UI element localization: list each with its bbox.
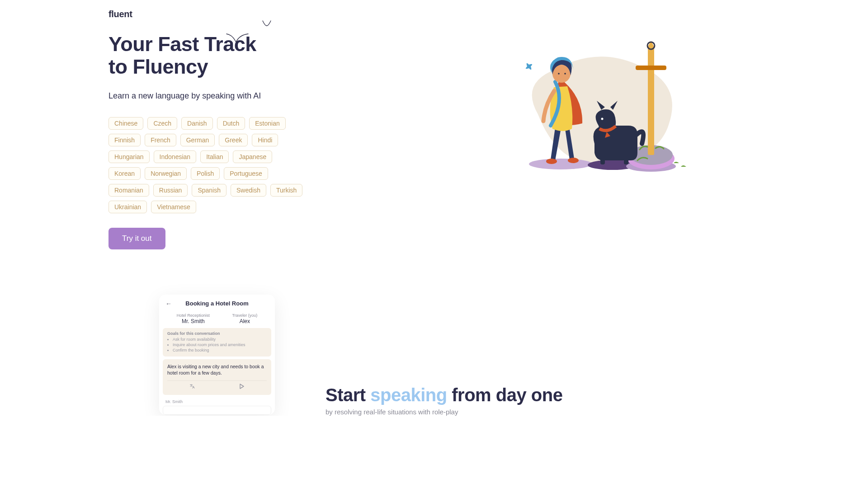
section-title-post: from day one [447,385,563,405]
language-pill-swedish[interactable]: Swedish [231,184,266,197]
translate-icon[interactable] [167,384,217,391]
svg-point-10 [601,118,604,120]
language-pill-german[interactable]: German [180,134,215,146]
svg-point-15 [564,73,566,75]
role-name: Mr. Smith [177,318,210,324]
try-it-out-button[interactable]: Try it out [108,228,165,249]
language-pill-polish[interactable]: Polish [191,167,220,180]
role-label: Hotel Receptionist [177,313,210,318]
message-from-label: Mr. Smith [165,399,269,404]
language-pill-vietnamese[interactable]: Vietnamese [151,201,196,213]
section-title: Start speaking from day one [326,385,615,405]
message-bubble [163,406,271,415]
role-traveler: Traveler (you) Alex [232,313,257,324]
brand-logo[interactable]: fluent [108,9,760,19]
language-pill-greek[interactable]: Greek [219,134,248,146]
language-pill-russian[interactable]: Russian [153,184,188,197]
decorative-curve-icon [262,20,271,27]
svg-point-14 [558,73,560,75]
language-pill-hungarian[interactable]: Hungarian [108,150,150,163]
svg-rect-6 [636,66,666,70]
language-pill-italian[interactable]: Italian [200,150,229,163]
scenario-block: Alex is visiting a new city and needs to… [163,359,271,395]
language-pill-indonesian[interactable]: Indonesian [154,150,197,163]
role-name: Alex [232,318,257,324]
language-pill-chinese[interactable]: Chinese [108,117,143,130]
language-pill-czech[interactable]: Czech [147,117,177,130]
language-pill-finnish[interactable]: Finnish [108,134,141,146]
back-arrow-icon[interactable]: ← [165,300,172,307]
language-pill-ukrainian[interactable]: Ukrainian [108,201,147,213]
language-pill-korean[interactable]: Korean [108,167,141,180]
language-pill-japanese[interactable]: Japanese [233,150,272,163]
goal-item: Inquire about room prices and amenities [173,343,267,347]
goals-block: Goals for this conversation Ask for room… [163,328,271,357]
scenario-text: Alex is visiting a new city and needs to… [167,364,264,375]
language-pill-danish[interactable]: Danish [181,117,213,130]
hero-subtitle: Learn a new language by speaking with AI [108,91,434,101]
section-title-accent: speaking [370,385,447,405]
goal-item: Ask for room availability [173,337,267,342]
goals-title: Goals for this conversation [167,331,267,336]
role-label: Traveler (you) [232,313,257,318]
hero-illustration [502,33,692,182]
decorative-curve-icon [226,33,249,44]
language-pill-norwegian[interactable]: Norwegian [145,167,187,180]
svg-point-12 [568,158,579,163]
language-pill-turkish[interactable]: Turkish [270,184,302,197]
preview-title: Booking a Hotel Room [165,300,269,307]
language-grid: ChineseCzechDanishDutchEstonianFinnishFr… [108,117,303,213]
section-subtitle: by resolving real-life situations with r… [326,408,615,416]
svg-rect-8 [600,157,605,164]
svg-rect-5 [648,47,654,155]
hero-title-line2: to Fluency [108,55,208,78]
speaking-section: ← Booking a Hotel Room Hotel Receptionis… [108,295,760,416]
language-pill-estonian[interactable]: Estonian [249,117,285,130]
language-pill-portuguese[interactable]: Portuguese [224,167,268,180]
app-preview-card: ← Booking a Hotel Room Hotel Receptionis… [159,295,275,415]
role-receptionist: Hotel Receptionist Mr. Smith [177,313,210,324]
section-title-pre: Start [326,385,370,405]
play-icon[interactable] [217,384,267,391]
language-pill-dutch[interactable]: Dutch [217,117,245,130]
hero-title: Your Fast Track to Fluency [108,33,434,78]
language-pill-hindi[interactable]: Hindi [252,134,278,146]
goal-item: Confirm the booking [173,348,267,352]
svg-point-0 [529,159,592,169]
language-pill-romanian[interactable]: Romanian [108,184,149,197]
hero-section: Your Fast Track to Fluency Learn a new l… [108,33,760,249]
svg-rect-9 [624,157,628,164]
language-pill-french[interactable]: French [145,134,176,146]
svg-point-11 [546,159,557,164]
language-pill-spanish[interactable]: Spanish [192,184,226,197]
